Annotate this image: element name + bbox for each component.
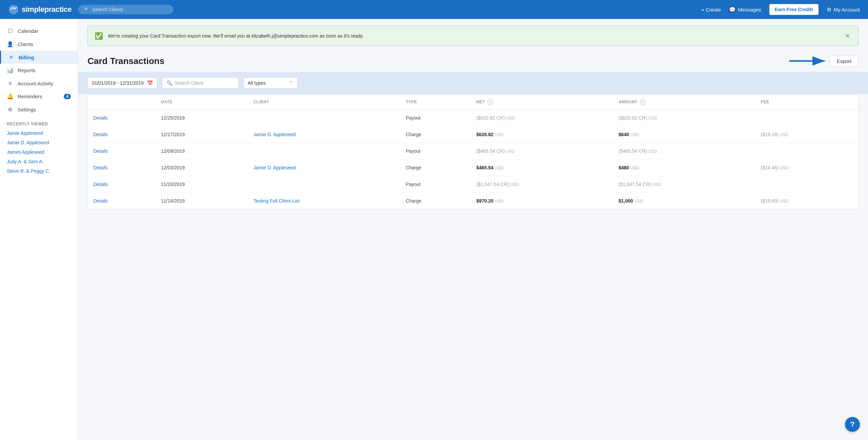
sidebar: ☐ Calendar 👤 Clients ≡ Billing 📊 Reports…	[0, 19, 78, 440]
calendar-icon: ☐	[7, 28, 14, 34]
cell-net: $970.20USD	[471, 193, 613, 209]
cell-date: 11/14/2019	[156, 193, 248, 209]
cell-net: ($465.54 CR)USD	[471, 143, 613, 160]
banner-text: We're creating your Card Transaction exp…	[108, 33, 839, 39]
date-range-picker[interactable]: 01/01/2019 - 12/31/2019 📅	[87, 77, 157, 89]
date-range-value: 01/01/2019 - 12/31/2019	[92, 80, 144, 86]
settings-icon: ⚙	[7, 106, 14, 113]
col-amount: AMOUNT i	[613, 95, 755, 110]
messages-button[interactable]: 💬 Messages	[729, 6, 761, 13]
main-layout: ☐ Calendar 👤 Clients ≡ Billing 📊 Reports…	[0, 19, 868, 440]
details-link[interactable]: Details	[93, 115, 108, 121]
table-row: Details12/25/2019Payout($620.82 CR)USD($…	[88, 110, 858, 126]
cell-net: $465.54USD	[471, 160, 613, 176]
recently-viewed-label: RECENTLY VIEWED	[0, 116, 78, 128]
sidebar-item-billing[interactable]: ≡ Billing	[0, 51, 78, 64]
cell-type: Charge	[400, 160, 471, 176]
cell-type: Payout	[400, 176, 471, 193]
success-icon: ✅	[95, 32, 103, 40]
search-input[interactable]	[92, 7, 160, 12]
recent-link-4[interactable]: Steve R. & Peggy C.	[0, 166, 78, 176]
sidebar-item-label: Reminders	[18, 93, 42, 99]
col-fee: FEE	[755, 95, 858, 110]
global-search[interactable]: 🔍	[78, 5, 173, 14]
help-button[interactable]: ?	[845, 417, 860, 432]
type-dropdown[interactable]: All types ⌃	[243, 77, 298, 89]
reports-icon: 📊	[7, 67, 14, 74]
messages-icon: 💬	[729, 6, 736, 13]
details-link[interactable]: Details	[93, 182, 108, 187]
cell-amount: ($1,047.54 CR)USD	[613, 176, 755, 193]
search-icon: 🔍	[84, 7, 90, 12]
recent-link-2[interactable]: James Appleseed	[0, 147, 78, 157]
cell-net: ($1,047.54 CR)USD	[471, 176, 613, 193]
earn-credit-button[interactable]: Earn Free Credit!	[769, 4, 819, 15]
type-selected-value: All types	[248, 80, 266, 86]
chevron-down-icon: ⌃	[289, 80, 293, 86]
cell-amount: $640USD	[613, 126, 755, 143]
table-row: Details12/17/2019Jamie D. AppleseedCharg…	[88, 126, 858, 143]
sidebar-item-calendar[interactable]: ☐ Calendar	[0, 24, 78, 38]
col-client: CLIENT	[248, 95, 400, 110]
sidebar-item-reports[interactable]: 📊 Reports	[0, 64, 78, 77]
account-activity-icon: ≡	[7, 80, 14, 86]
cell-client[interactable]: Jamie D. Appleseed	[248, 160, 400, 176]
cell-fee	[755, 176, 858, 193]
cell-net: ($620.82 CR)USD	[471, 110, 613, 126]
net-info-icon[interactable]: i	[488, 99, 493, 105]
cell-amount: ($620.82 CR)USD	[613, 110, 755, 126]
sidebar-item-label: Clients	[18, 41, 33, 47]
recent-link-3[interactable]: Judy A. & Sam A.	[0, 157, 78, 166]
transactions-table-wrap: DATE CLIENT TYPE NET i AMOUNT i FEE Deta…	[87, 94, 859, 209]
recent-link-0[interactable]: Jamie Appleseed	[0, 128, 78, 138]
sidebar-item-label: Settings	[18, 107, 36, 112]
sidebar-item-reminders[interactable]: 🔔 Reminders 4	[0, 90, 78, 103]
sidebar-item-settings[interactable]: ⚙ Settings	[0, 103, 78, 116]
sidebar-item-account-activity[interactable]: ≡ Account Activity	[0, 77, 78, 90]
client-search[interactable]: 🔍	[162, 77, 239, 89]
cell-net: $620.82USD	[471, 126, 613, 143]
cell-client	[248, 143, 400, 160]
export-button[interactable]: Export	[830, 55, 859, 67]
logo: simplepractice	[8, 4, 72, 15]
sidebar-item-label: Calendar	[18, 28, 38, 34]
export-area: Export	[789, 54, 859, 68]
amount-info-icon[interactable]: i	[640, 99, 646, 105]
cell-type: Payout	[400, 110, 471, 126]
cell-fee: ($29.80)USD	[755, 193, 858, 209]
cell-date: 11/20/2019	[156, 176, 248, 193]
account-label: My Account	[833, 7, 860, 13]
table-row: Details12/09/2019Payout($465.54 CR)USD($…	[88, 143, 858, 160]
cell-client	[248, 110, 400, 126]
messages-label: Messages	[738, 7, 761, 13]
reminders-badge: 4	[64, 94, 71, 99]
cell-fee: ($19.18)USD	[755, 126, 858, 143]
client-link[interactable]: Testing Full Client List	[253, 198, 299, 204]
cell-fee	[755, 143, 858, 160]
col-date: DATE	[156, 95, 248, 110]
arrow-icon	[789, 54, 830, 68]
client-link[interactable]: Jamie D. Appleseed	[253, 132, 296, 137]
my-account-button[interactable]: ⚙ My Account	[827, 6, 860, 13]
create-button[interactable]: + Create	[702, 7, 721, 13]
cell-type: Charge	[400, 193, 471, 209]
table-row: Details12/03/2019Jamie D. AppleseedCharg…	[88, 160, 858, 176]
details-link[interactable]: Details	[93, 198, 108, 204]
table-row: Details11/14/2019Testing Full Client Lis…	[88, 193, 858, 209]
cell-amount: $1,000USD	[613, 193, 755, 209]
gear-icon: ⚙	[827, 6, 831, 13]
cell-client[interactable]: Testing Full Client List	[248, 193, 400, 209]
search-client-input[interactable]	[175, 80, 234, 86]
client-link[interactable]: Jamie D. Appleseed	[253, 165, 296, 170]
table-row: Details11/20/2019Payout($1,047.54 CR)USD…	[88, 176, 858, 193]
details-link[interactable]: Details	[93, 165, 108, 170]
cell-client[interactable]: Jamie D. Appleseed	[248, 126, 400, 143]
details-link[interactable]: Details	[93, 132, 108, 137]
details-link[interactable]: Details	[93, 148, 108, 154]
close-banner-button[interactable]: ✕	[844, 31, 851, 41]
recent-link-1[interactable]: Jamie D. Appleseed	[0, 138, 78, 147]
export-banner: ✅ We're creating your Card Transaction e…	[87, 26, 859, 46]
cell-date: 12/09/2019	[156, 143, 248, 160]
sidebar-item-clients[interactable]: 👤 Clients	[0, 38, 78, 51]
cell-date: 12/25/2019	[156, 110, 248, 126]
